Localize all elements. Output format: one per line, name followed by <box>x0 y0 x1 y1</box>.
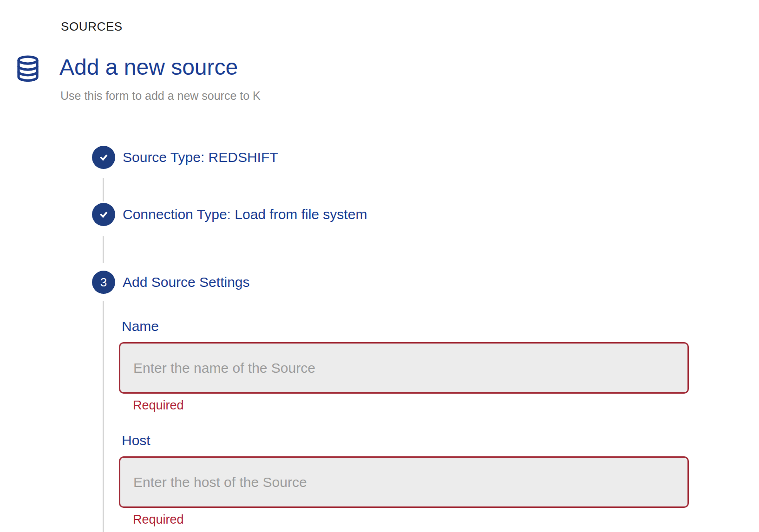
name-input[interactable] <box>119 342 689 394</box>
check-icon <box>92 146 115 169</box>
step-number: 3 <box>100 276 107 288</box>
check-icon <box>92 203 115 226</box>
step-connector <box>103 178 104 201</box>
step-connection-type[interactable]: Connection Type: Load from file system <box>92 203 367 226</box>
page-title: Add a new source <box>59 55 238 80</box>
database-icon <box>14 53 42 84</box>
name-field-group: Name Required <box>119 318 689 413</box>
step-connector <box>103 236 104 263</box>
step-add-source-settings[interactable]: 3 Add Source Settings <box>92 271 250 294</box>
host-input[interactable] <box>119 456 689 508</box>
name-field-label: Name <box>122 318 689 334</box>
step-connector <box>103 301 104 532</box>
host-field-group: Host Required <box>119 433 689 527</box>
host-required-text: Required <box>133 513 689 527</box>
step-label-source-type: Source Type: REDSHIFT <box>123 149 278 165</box>
step-source-type[interactable]: Source Type: REDSHIFT <box>92 146 278 169</box>
name-required-text: Required <box>133 398 689 413</box>
step-label-connection-type: Connection Type: Load from file system <box>123 207 367 222</box>
step-number-badge: 3 <box>92 271 115 294</box>
breadcrumb-sources: SOURCES <box>61 19 123 34</box>
add-source-page: SOURCES Add a new source Use this form t… <box>0 0 759 532</box>
step-label-add-source-settings: Add Source Settings <box>123 274 250 290</box>
host-field-label: Host <box>122 433 689 448</box>
page-subtitle: Use this form to add a new source to K <box>60 89 261 103</box>
